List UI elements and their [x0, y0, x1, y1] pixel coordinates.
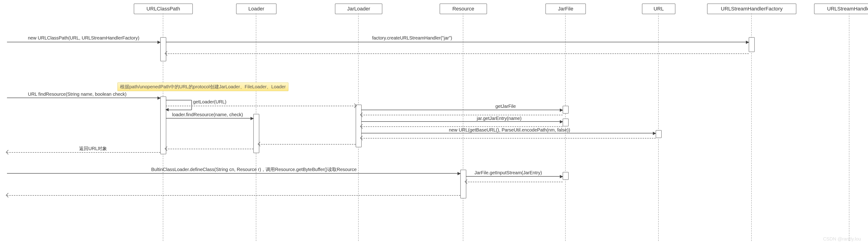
activation-jarfile-2 — [563, 118, 569, 127]
arrow-m7 — [361, 121, 563, 122]
return-m6 — [361, 115, 563, 115]
msg-getjarfile: getJarFile — [495, 103, 516, 109]
msg-loader-findresource: loader.findResource(name, check) — [172, 111, 243, 117]
participant-loader: Loader — [236, 3, 277, 14]
msg-return-url: 返回URL对象 — [79, 145, 107, 151]
arrow-m1 — [7, 42, 160, 42]
return-jarloader-loader — [259, 144, 355, 144]
arrow-m8 — [361, 133, 656, 133]
activation-url-1 — [656, 130, 662, 138]
participant-resource: Resource — [440, 3, 487, 14]
lifeline-ush — [849, 13, 849, 241]
watermark: CSDN @randy.lou — [823, 236, 861, 242]
arrow-getloader — [166, 100, 192, 110]
activation-urlclasspath-2 — [160, 97, 166, 154]
return-m2 — [166, 54, 749, 54]
return-url-obj — [7, 152, 160, 153]
arrow-m5 — [166, 118, 253, 118]
activation-ushf-1 — [749, 37, 755, 52]
arrow-m6 — [361, 110, 563, 110]
activation-loader-1 — [253, 114, 259, 153]
arrow-m3 — [7, 98, 160, 98]
return-m8 — [361, 138, 656, 139]
msg-defineclass: BultinClassLoader.defineClass(String cn,… — [151, 166, 356, 172]
return-loader-ucp — [166, 149, 253, 149]
return-m11 — [466, 182, 563, 182]
msg-getloader: getLoader(URL) — [193, 99, 226, 105]
activation-urlclasspath-1 — [160, 37, 166, 61]
participant-ushf: URLStreamHandlerFactory — [707, 3, 796, 14]
arrow-m11 — [466, 176, 563, 177]
msg-getinputstream: JarFile.getInputStream(JarEntry) — [474, 170, 542, 176]
activation-resource-1 — [460, 170, 466, 199]
msg-createstreamhandler: factory.createURLStreamHandler("jar") — [372, 35, 452, 41]
arrow-m10 — [7, 173, 460, 174]
return-m10 — [7, 195, 460, 196]
msg-getjarentry: jar.getJarEntry(name) — [477, 115, 522, 121]
msg-new-urlclasspath: new URLClassPath(URL, URLStreamHandlerFa… — [28, 35, 139, 41]
participant-urlclasspath: URLClassPath — [134, 3, 193, 14]
participant-ush: URLStreamHandler — [814, 3, 868, 14]
msg-newurl: new URL(getBaseURL(), ParseUtil.encodePa… — [449, 127, 570, 133]
note-protocol: 根据path/unopenedPath中的URL的protocol创建JarLo… — [118, 82, 288, 91]
activation-jarfile-3 — [563, 172, 569, 180]
lifeline-url — [658, 13, 659, 241]
arrow-m2 — [166, 42, 749, 42]
participant-url: URL — [642, 3, 675, 14]
participant-jarfile: JarFile — [546, 3, 586, 14]
participant-jarloader: JarLoader — [335, 3, 382, 14]
activation-jarfile-1 — [563, 106, 569, 114]
msg-findresource: URL findResource(String name, boolean ch… — [28, 91, 126, 97]
dash-to-jarloader — [166, 106, 355, 106]
